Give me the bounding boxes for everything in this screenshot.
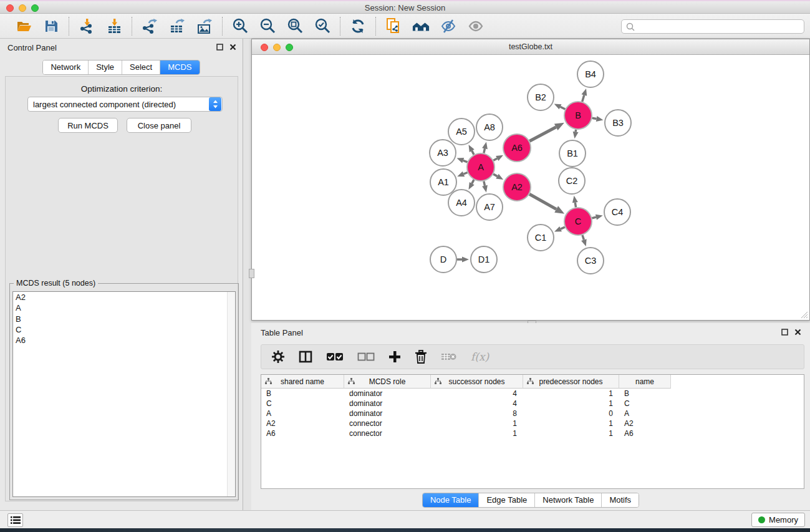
export-image-icon[interactable] bbox=[196, 17, 213, 35]
close-panel-icon[interactable] bbox=[229, 44, 236, 51]
tab-style[interactable]: Style bbox=[88, 60, 122, 74]
hide-panels-icon[interactable] bbox=[440, 17, 457, 35]
tab-network[interactable]: Network bbox=[43, 60, 88, 74]
add-column-icon[interactable] bbox=[388, 351, 401, 363]
table-row[interactable]: A2connector11A2 bbox=[261, 418, 804, 428]
float-panel-icon[interactable] bbox=[781, 329, 788, 336]
graph-edge[interactable] bbox=[575, 203, 576, 208]
tab-node-table[interactable]: Node Table bbox=[423, 493, 479, 507]
mcds-result-list[interactable]: A2ABCA6 bbox=[12, 291, 236, 497]
graph-edge[interactable] bbox=[561, 227, 565, 229]
optimization-criterion-label: Optimization criterion: bbox=[6, 84, 238, 94]
graph-edge[interactable] bbox=[582, 235, 584, 240]
task-history-button[interactable] bbox=[7, 513, 23, 527]
network-window-titlebar[interactable]: testGlobe.txt bbox=[252, 39, 809, 55]
table-row[interactable]: A6connector11A6 bbox=[261, 428, 804, 438]
show-panels-icon[interactable] bbox=[467, 17, 485, 35]
graph-edge[interactable] bbox=[472, 180, 474, 183]
open-session-icon[interactable] bbox=[15, 17, 32, 35]
search-field[interactable] bbox=[621, 19, 804, 34]
tab-edge-table[interactable]: Edge Table bbox=[478, 493, 534, 507]
refresh-icon[interactable] bbox=[349, 17, 367, 35]
graph-edge-arrowhead bbox=[582, 89, 587, 96]
mcds-result-item[interactable]: B bbox=[13, 314, 235, 324]
graph-edge-arrowhead bbox=[482, 142, 488, 149]
optimization-criterion-value: largest connected component (directed) bbox=[28, 100, 209, 109]
import-network-icon[interactable] bbox=[78, 17, 95, 35]
mcds-result-item[interactable]: C bbox=[13, 324, 235, 335]
resize-grip-icon[interactable] bbox=[799, 310, 808, 319]
home-icon[interactable] bbox=[412, 17, 430, 35]
search-icon bbox=[625, 21, 636, 32]
settings-gear-icon[interactable] bbox=[271, 350, 285, 364]
search-input[interactable] bbox=[636, 21, 804, 32]
table-cell: A6 bbox=[261, 428, 344, 438]
export-table-icon[interactable] bbox=[168, 17, 186, 35]
tab-mcds[interactable]: MCDS bbox=[160, 60, 199, 74]
tab-select[interactable]: Select bbox=[122, 60, 160, 74]
import-table-icon[interactable] bbox=[105, 17, 123, 35]
float-panel-icon[interactable] bbox=[216, 44, 223, 51]
optimization-criterion-select[interactable]: largest connected component (directed) bbox=[27, 97, 223, 112]
zoom-selected-icon[interactable] bbox=[314, 17, 331, 35]
graph-node-label: A1 bbox=[438, 177, 449, 187]
save-session-icon[interactable] bbox=[42, 17, 60, 35]
column-header-name[interactable]: name bbox=[619, 375, 671, 389]
column-browser-icon[interactable] bbox=[299, 350, 312, 364]
column-header-successor-nodes[interactable]: successor nodes bbox=[431, 375, 523, 389]
mcds-result-group: MCDS result (5 nodes) A2ABCA6 bbox=[9, 283, 239, 500]
graph-edge[interactable] bbox=[484, 148, 485, 153]
node-table[interactable]: shared nameMCDS rolesuccessor nodesprede… bbox=[261, 374, 804, 489]
close-panel-button[interactable]: Close panel bbox=[127, 118, 191, 133]
graph-edge[interactable] bbox=[592, 217, 596, 218]
mcds-result-item[interactable]: A6 bbox=[13, 335, 235, 346]
table-cell: C bbox=[261, 399, 344, 409]
table-panel-title: Table Panel bbox=[261, 328, 303, 337]
memory-button[interactable]: Memory bbox=[751, 513, 805, 527]
graph-edge-arrowhead bbox=[457, 158, 465, 163]
graph-node-label: A4 bbox=[456, 198, 467, 208]
network-graph[interactable]: B4B2BB3A8A5A6A3B1AC2A1A2A4A7C4CC1DD1C3 bbox=[252, 55, 809, 320]
table-tabs: Node TableEdge TableNetwork TableMotifs bbox=[422, 493, 639, 508]
graph-edge[interactable] bbox=[561, 107, 566, 109]
select-all-icon[interactable] bbox=[326, 352, 344, 362]
graph-edge[interactable] bbox=[493, 174, 497, 177]
mcds-result-item[interactable]: A2 bbox=[13, 292, 235, 302]
graph-edge[interactable] bbox=[464, 173, 468, 175]
table-row[interactable]: Bdominator41B bbox=[261, 389, 804, 399]
scrollbar[interactable] bbox=[227, 292, 235, 496]
mcds-result-item[interactable]: A bbox=[13, 302, 235, 313]
graph-edge[interactable] bbox=[463, 160, 468, 162]
tab-motifs[interactable]: Motifs bbox=[601, 493, 639, 507]
graph-edge[interactable] bbox=[592, 118, 597, 118]
tab-network-table[interactable]: Network Table bbox=[534, 493, 601, 507]
splitter-handle[interactable] bbox=[249, 269, 254, 278]
graph-edge[interactable] bbox=[529, 127, 556, 142]
graph-edge[interactable] bbox=[472, 151, 474, 155]
run-mcds-button[interactable]: Run MCDS bbox=[58, 118, 118, 133]
column-header-shared-name[interactable]: shared name bbox=[261, 375, 344, 389]
column-header-MCDS-role[interactable]: MCDS role bbox=[344, 375, 431, 389]
function-builder-icon: f(x) bbox=[471, 351, 489, 363]
graph-node-label: A6 bbox=[511, 143, 523, 153]
graph-edge[interactable] bbox=[576, 130, 576, 132]
app-title: Session: New Session bbox=[0, 3, 810, 12]
table-row[interactable]: Cdominator41C bbox=[261, 399, 804, 409]
close-panel-icon[interactable] bbox=[794, 329, 801, 336]
export-network-icon[interactable] bbox=[141, 17, 158, 35]
graph-edge[interactable] bbox=[493, 158, 497, 160]
zoom-out-icon[interactable] bbox=[259, 17, 276, 35]
delete-column-icon[interactable] bbox=[415, 350, 427, 364]
graph-edge[interactable] bbox=[529, 194, 556, 209]
network-canvas[interactable]: B4B2BB3A8A5A6A3B1AC2A1A2A4A7C4CC1DD1C3 bbox=[252, 55, 809, 320]
deselect-all-icon[interactable] bbox=[357, 352, 375, 362]
graph-node-label: C2 bbox=[566, 176, 578, 186]
zoom-in-icon[interactable] bbox=[231, 17, 249, 35]
table-row[interactable]: Adominator80A bbox=[261, 409, 804, 418]
graph-edge[interactable] bbox=[582, 95, 584, 102]
clone-network-icon[interactable] bbox=[385, 17, 402, 35]
column-header-predecessor-nodes[interactable]: predecessor nodes bbox=[523, 375, 619, 389]
graph-edge[interactable] bbox=[484, 181, 485, 186]
table-header: shared nameMCDS rolesuccessor nodesprede… bbox=[261, 375, 804, 389]
zoom-fit-icon[interactable] bbox=[286, 17, 304, 35]
